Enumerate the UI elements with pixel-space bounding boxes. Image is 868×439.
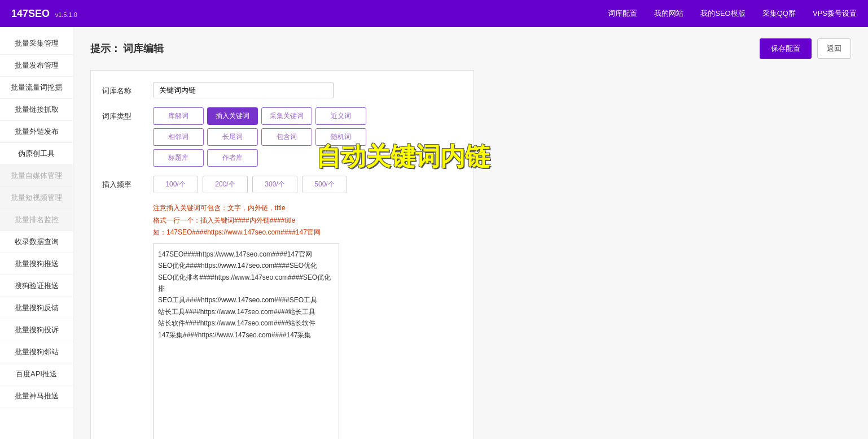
name-input[interactable] [153, 82, 334, 98]
sidebar-item-query[interactable]: 收录数据查询 [0, 231, 73, 253]
page-header: 提示： 词库编辑 保存配置 返回 [90, 38, 851, 59]
sidebar-item-ranking: 批量排名监控 [0, 209, 73, 231]
main-content: 提示： 词库编辑 保存配置 返回 词库名称 [73, 27, 868, 439]
save-button[interactable]: 保存配置 [760, 38, 812, 59]
nav-qqgroup[interactable]: 采集QQ群 [762, 8, 796, 19]
type-btn-longtail[interactable]: 长尾词 [207, 128, 258, 146]
page-title-area: 提示： 词库编辑 [90, 42, 164, 55]
type-btn-insert[interactable]: 插入关键词 [207, 107, 258, 125]
sidebar-item-video: 批量短视频管理 [0, 187, 73, 209]
sidebar-item-sogou-feedback[interactable]: 批量搜狗反馈 [0, 297, 73, 319]
layout: 批量采集管理 批量发布管理 批量流量词挖掘 批量链接抓取 批量外链发布 伪原创工… [0, 27, 868, 439]
type-btn-titlelibrary[interactable]: 标题库 [153, 149, 204, 167]
freq-btn-200[interactable]: 200/个 [203, 176, 248, 193]
type-btn-synonym[interactable]: 近义词 [315, 107, 366, 125]
nav-seotemplate[interactable]: 我的SEO模版 [700, 8, 745, 19]
sidebar-item-sogou-neighbor[interactable]: 批量搜狗邻站 [0, 341, 73, 363]
form-section: 词库名称 词库类型 库解词 插入关键词 采集关键词 近义词 相邻词 [90, 70, 474, 439]
sidebar-item-publish[interactable]: 批量发布管理 [0, 55, 73, 77]
page-title: 词库编辑 [123, 43, 164, 54]
type-btn-contain[interactable]: 包含词 [261, 128, 312, 146]
sidebar-item-pseudo[interactable]: 伪原创工具 [0, 143, 73, 165]
name-label: 词库名称 [102, 82, 153, 96]
page-actions: 保存配置 返回 [760, 38, 851, 59]
name-row: 词库名称 [102, 82, 462, 98]
sidebar-item-sogou-push[interactable]: 批量搜狗推送 [0, 253, 73, 275]
sidebar-item-links[interactable]: 批量链接抓取 [0, 99, 73, 121]
hint-line-2: 格式一行一个：插入关键词####内外链####title [153, 215, 462, 227]
sidebar: 批量采集管理 批量发布管理 批量流量词挖掘 批量链接抓取 批量外链发布 伪原创工… [0, 27, 73, 439]
hint-spacer [102, 202, 153, 206]
sidebar-item-sogou-complaint[interactable]: 批量搜狗投诉 [0, 319, 73, 341]
nav-mysite[interactable]: 我的网站 [654, 8, 683, 19]
freq-content: 100/个 200/个 300/个 500/个 [153, 176, 462, 193]
hint-line-3: 如：147SEO####https://www.147seo.com####14… [153, 227, 462, 239]
freq-label: 插入频率 [102, 176, 153, 190]
type-btn-adjacent[interactable]: 相邻词 [153, 128, 204, 146]
sidebar-item-baidu-api[interactable]: 百度API推送 [0, 363, 73, 385]
type-btn-collect[interactable]: 采集关键词 [261, 107, 312, 125]
nav-wordlib[interactable]: 词库配置 [608, 8, 637, 19]
app-logo: 147SEO [11, 8, 50, 19]
back-button[interactable]: 返回 [817, 38, 851, 59]
big-title: 自动关键词内链 [316, 140, 490, 173]
freq-buttons-group: 100/个 200/个 300/个 500/个 [153, 176, 462, 193]
freq-btn-300[interactable]: 300/个 [252, 176, 297, 193]
main-wrapper: 提示： 词库编辑 保存配置 返回 词库名称 [90, 38, 851, 439]
hint-line-1: 注意插入关键词可包含：文字，内外链，title [153, 202, 462, 215]
freq-btn-500[interactable]: 500/个 [302, 176, 347, 193]
app-version: v1.5.1.0 [55, 11, 77, 18]
sidebar-item-collect[interactable]: 批量采集管理 [0, 33, 73, 55]
logo-area: 147SEO v1.5.1.0 [11, 8, 77, 20]
sidebar-item-sogou-verify[interactable]: 搜狗验证推送 [0, 275, 73, 297]
header-nav: 词库配置 我的网站 我的SEO模版 采集QQ群 VPS拨号设置 [608, 8, 857, 19]
big-title-area: 自动关键词内链 [316, 140, 490, 173]
type-btn-lib[interactable]: 库解词 [153, 107, 204, 125]
hint-text: 注意插入关键词可包含：文字，内外链，title 格式一行一个：插入关键词####… [153, 202, 462, 239]
header: 147SEO v1.5.1.0 词库配置 我的网站 我的SEO模版 采集QQ群 … [0, 0, 868, 27]
freq-row: 插入频率 100/个 200/个 300/个 500/个 [102, 176, 462, 193]
hint-row: 注意插入关键词可包含：文字，内外链，title 格式一行一个：插入关键词####… [102, 202, 462, 439]
sidebar-item-outlink[interactable]: 批量外链发布 [0, 121, 73, 143]
sidebar-item-traffic[interactable]: 批量流量词挖掘 [0, 77, 73, 99]
hint-content: 注意插入关键词可包含：文字，内外链，title 格式一行一个：插入关键词####… [153, 202, 462, 439]
keyword-textarea[interactable]: 147SEO####https://www.147seo.com####147官… [153, 244, 339, 439]
type-label: 词库类型 [102, 107, 153, 121]
name-content [153, 82, 462, 98]
type-btn-author[interactable]: 作者库 [207, 149, 258, 167]
hint-prefix: 提示： [90, 43, 121, 54]
freq-btn-100[interactable]: 100/个 [153, 176, 198, 193]
nav-vps[interactable]: VPS拨号设置 [813, 8, 857, 19]
sidebar-item-media: 批量自媒体管理 [0, 165, 73, 187]
sidebar-item-shenma[interactable]: 批量神马推送 [0, 385, 73, 407]
